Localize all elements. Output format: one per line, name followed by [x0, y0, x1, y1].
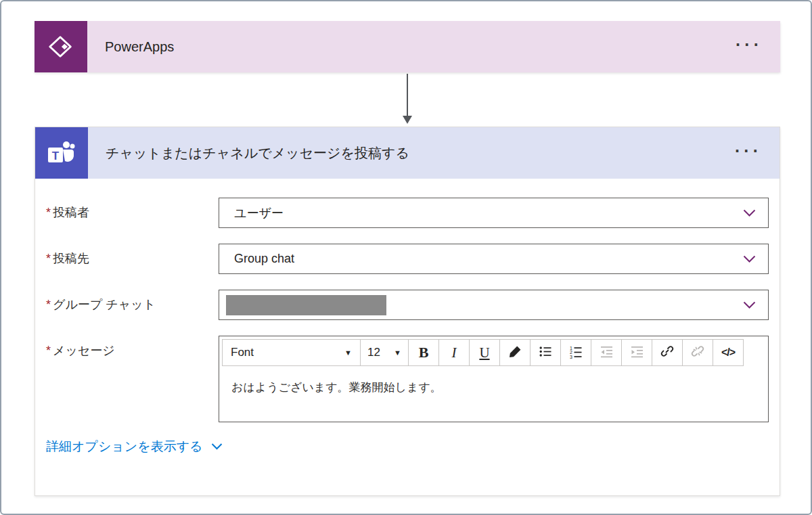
link-icon	[660, 344, 675, 361]
unlink-icon	[690, 344, 705, 361]
message-input[interactable]: おはようございます。業務開始します。	[219, 369, 768, 422]
trigger-menu-button[interactable]: ···	[736, 35, 763, 55]
pen-button[interactable]	[499, 339, 531, 366]
underline-icon: U	[479, 344, 489, 361]
action-card-header[interactable]: T チャットまたはチャネルでメッセージを投稿する ···	[35, 127, 780, 179]
post-target-field-row: *投稿先 Group chat	[46, 244, 769, 274]
field-label-text: 投稿者	[53, 206, 89, 219]
chevron-down-icon	[743, 209, 756, 217]
chevron-down-icon	[743, 255, 756, 263]
show-advanced-options-link[interactable]: 詳細オプションを表示する	[46, 438, 223, 455]
editor-toolbar: Font ▼ 12 ▼ B I	[219, 336, 768, 369]
chevron-down-icon	[743, 301, 756, 309]
required-asterisk: *	[46, 252, 51, 265]
indent-icon	[630, 344, 644, 361]
bold-button[interactable]: B	[408, 339, 439, 366]
redacted-group-chat-value	[226, 295, 386, 315]
required-asterisk: *	[46, 344, 51, 357]
powerapps-icon	[35, 21, 87, 72]
poster-field-label: *投稿者	[46, 198, 219, 221]
link-button[interactable]	[652, 339, 683, 366]
advanced-link-text: 詳細オプションを表示する	[46, 438, 203, 455]
field-label-text: 投稿先	[53, 252, 89, 265]
svg-text:3: 3	[570, 354, 572, 359]
teams-action-card: T チャットまたはチャネルでメッセージを投稿する ··· *投稿者 ユーザー	[35, 127, 780, 496]
field-label-text: メッセージ	[53, 344, 115, 357]
indent-button[interactable]	[621, 339, 652, 366]
message-field-label: *メッセージ	[46, 336, 219, 359]
dropdown-arrow-icon: ▼	[344, 349, 352, 357]
code-button[interactable]: </>	[713, 339, 744, 366]
font-size-dropdown[interactable]: 12 ▼	[360, 339, 409, 366]
advanced-options-row: 詳細オプションを表示する	[46, 438, 769, 455]
bullet-list-icon	[539, 344, 553, 361]
group-chat-field-row: *グループ チャット	[46, 290, 769, 320]
powerapps-trigger-card[interactable]: PowerApps ···	[35, 21, 780, 72]
dropdown-value: Group chat	[234, 252, 294, 266]
group-chat-field-label: *グループ チャット	[46, 290, 219, 313]
underline-button[interactable]: U	[469, 339, 500, 366]
font-size-value: 12	[367, 346, 380, 359]
unlink-button[interactable]	[682, 339, 713, 366]
outdent-button[interactable]	[591, 339, 622, 366]
outdent-icon	[600, 344, 614, 361]
group-chat-dropdown[interactable]	[219, 290, 769, 320]
field-label-text: グループ チャット	[53, 298, 156, 311]
svg-text:T: T	[52, 150, 60, 162]
font-family-dropdown[interactable]: Font ▼	[222, 339, 361, 366]
required-asterisk: *	[46, 298, 51, 311]
poster-field-row: *投稿者 ユーザー	[46, 198, 769, 228]
italic-button[interactable]: I	[438, 339, 470, 366]
action-menu-button[interactable]: ···	[735, 141, 762, 161]
message-field-row: *メッセージ Font ▼ 12 ▼ B	[46, 336, 769, 422]
rich-text-editor: Font ▼ 12 ▼ B I	[219, 336, 769, 422]
pen-icon	[508, 344, 522, 361]
dropdown-value: ユーザー	[234, 205, 284, 221]
chevron-down-icon	[211, 443, 223, 450]
post-target-field-label: *投稿先	[46, 244, 219, 267]
numbered-list-button[interactable]: 1 2 3	[560, 339, 591, 366]
post-target-dropdown[interactable]: Group chat	[219, 244, 769, 274]
action-form: *投稿者 ユーザー *投稿先 Group chat	[35, 179, 780, 455]
action-title: チャットまたはチャネルでメッセージを投稿する	[106, 144, 409, 162]
font-family-value: Font	[231, 346, 254, 359]
code-icon: </>	[721, 346, 735, 359]
bullet-list-button[interactable]	[530, 339, 561, 366]
poster-dropdown[interactable]: ユーザー	[219, 198, 769, 228]
numbered-list-icon: 1 2 3	[569, 344, 583, 361]
dropdown-arrow-icon: ▼	[394, 349, 401, 357]
teams-icon: T	[35, 127, 88, 179]
trigger-title: PowerApps	[105, 39, 174, 55]
bold-icon: B	[419, 344, 429, 361]
flow-designer-canvas: PowerApps ··· T チャットまたはチャネルでメッセージを投稿する ·…	[0, 0, 812, 515]
italic-icon: I	[452, 344, 457, 361]
connector-arrow	[407, 74, 408, 116]
required-asterisk: *	[46, 206, 51, 219]
